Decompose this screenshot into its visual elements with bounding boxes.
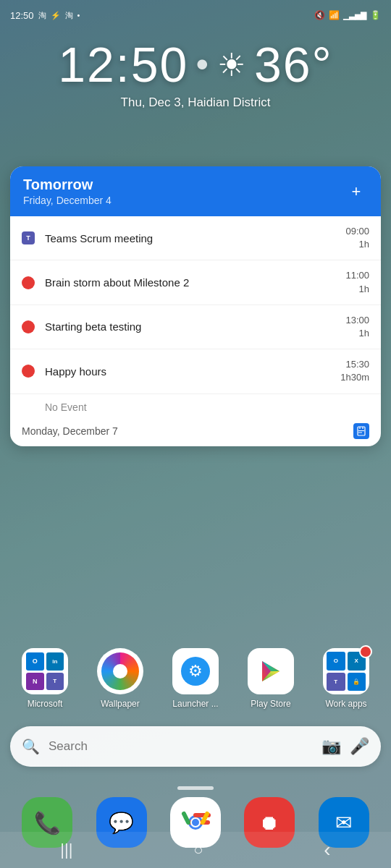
next-day-icon [353, 423, 369, 439]
ms-outlook-cell: O [26, 652, 44, 671]
status-bar: 12:50 淘 ⚡ 淘 • 🔇 📶 ▁▃▅▇ 🔋 [0, 0, 391, 26]
event-time-4: 15:30 1h30m [340, 358, 369, 384]
status-icon-1: 淘 [38, 10, 46, 21]
messages-icon: 💬 [109, 811, 134, 835]
wallpaper-app-icon [97, 648, 143, 694]
workapps-label: Work apps [325, 699, 366, 709]
app-microsoft[interactable]: O in N T Microsoft [13, 648, 77, 709]
temperature: 36° [254, 36, 333, 93]
nav-recent[interactable]: ||| [46, 835, 87, 865]
calendar-widget: Tomorrow Friday, December 4 + T Teams Sc… [10, 166, 381, 446]
event-dot-4 [22, 365, 35, 378]
clock-section: 12:50 • ☀ 36° Thu, Dec 3, Haidian Distri… [0, 36, 391, 110]
signal-icon: ▁▃▅▇ [343, 11, 366, 20]
app-row: O in N T Microsoft Wallpaper ⚙ Launcher … [7, 641, 384, 716]
calendar-add-button[interactable]: + [345, 180, 368, 203]
weather-icon: ☀ [217, 46, 247, 83]
next-day-label: Monday, December 7 [22, 425, 118, 437]
clock-separator: • [196, 43, 210, 85]
microsoft-label: Microsoft [28, 699, 63, 709]
svg-rect-4 [358, 432, 362, 433]
app-playstore[interactable]: Play Store [239, 648, 303, 709]
status-right: 🔇 📶 ▁▃▅▇ 🔋 [314, 10, 381, 20]
nav-back[interactable]: ‹ [309, 833, 345, 867]
status-left: 12:50 淘 ⚡ 淘 • [10, 10, 80, 21]
calendar-subtitle: Friday, December 4 [23, 195, 112, 206]
playstore-label: Play Store [251, 699, 290, 709]
status-icon-2: ⚡ [51, 11, 61, 20]
calendar-header-info: Tomorrow Friday, December 4 [23, 176, 112, 206]
clock-hour-min: 12:50 [58, 36, 188, 93]
app-wallpaper[interactable]: Wallpaper [88, 648, 152, 709]
app-dock-row: O in N T Microsoft Wallpaper ⚙ Launcher … [0, 641, 391, 716]
event-dot-3 [22, 320, 35, 333]
nav-bar: ||| ○ ‹ [0, 832, 391, 868]
clock-date: Thu, Dec 3, Haidian District [0, 95, 391, 110]
wallpaper-label: Wallpaper [101, 699, 140, 709]
launcher-label: Launcher ... [172, 699, 218, 709]
microsoft-icon: O in N T [22, 648, 68, 694]
event-time-1: 09:00 1h [345, 225, 369, 251]
no-event-label: No Event [10, 394, 381, 417]
event-dot-2 [22, 276, 35, 289]
ms-linkedin-cell: in [46, 652, 64, 671]
event-title-1: Teams Scrum meeting [45, 232, 335, 244]
status-dot: • [77, 11, 80, 20]
event-title-4: Happy hours [45, 365, 330, 378]
event-title-3: Starting beta testing [45, 320, 335, 333]
search-icon: 🔍 [22, 738, 40, 755]
workapps-icon-wrap: O X T 🔒 [323, 648, 369, 694]
playstore-icon [248, 648, 294, 694]
mute-icon: 🔇 [314, 10, 325, 20]
event-time-3: 13:00 1h [345, 314, 369, 340]
svg-rect-3 [358, 430, 364, 431]
wallpaper-inner [113, 664, 127, 678]
home-indicator [177, 786, 214, 790]
workapps-badge [359, 645, 372, 658]
record-icon: ⏺ [259, 811, 279, 835]
calendar-header: Tomorrow Friday, December 4 + [10, 166, 381, 216]
clock-time-display: 12:50 • ☀ 36° [0, 36, 391, 93]
calendar-event-1: T Teams Scrum meeting 09:00 1h [10, 216, 381, 260]
microphone-icon[interactable]: 🎤 [350, 737, 369, 756]
battery-icon: 🔋 [370, 10, 381, 20]
calendar-event-2: Brain storm about Milestone 2 11:00 1h [10, 260, 381, 305]
wa-cell-4: 🔒 [348, 673, 366, 692]
search-bar[interactable]: 🔍 📷 🎤 [10, 726, 381, 767]
playstore-svg [256, 657, 285, 686]
event-title-2: Brain storm about Milestone 2 [45, 276, 335, 289]
nav-home[interactable]: ○ [179, 835, 217, 865]
search-input[interactable] [49, 739, 313, 754]
ms-teams-cell: T [46, 673, 64, 691]
calendar-title: Tomorrow [23, 176, 112, 193]
app-workapps[interactable]: O X T 🔒 Work apps [314, 648, 378, 709]
wallpaper-circle [101, 652, 139, 690]
event-time-2: 11:00 1h [345, 269, 369, 295]
wifi-icon: 📶 [329, 10, 340, 20]
status-time: 12:50 [10, 10, 34, 21]
wa-cell-3: T [327, 673, 345, 692]
teams-icon: T [22, 231, 35, 244]
svg-point-13 [192, 819, 199, 826]
app-launcher[interactable]: ⚙ Launcher ... [164, 648, 227, 709]
wa-cell-1: O [327, 652, 345, 671]
next-day-row: Monday, December 7 [10, 417, 381, 446]
camera-icon[interactable]: 📷 [321, 737, 341, 756]
launcher-icon: ⚙ [172, 648, 219, 694]
ms-onenote-cell: N [26, 673, 44, 691]
launcher-gear-icon: ⚙ [181, 657, 210, 686]
status-icon-3: 淘 [65, 10, 73, 21]
calendar-event-3: Starting beta testing 13:00 1h [10, 305, 381, 349]
outlook-icon: ✉ [335, 811, 352, 835]
calendar-event-4: Happy hours 15:30 1h30m [10, 349, 381, 393]
